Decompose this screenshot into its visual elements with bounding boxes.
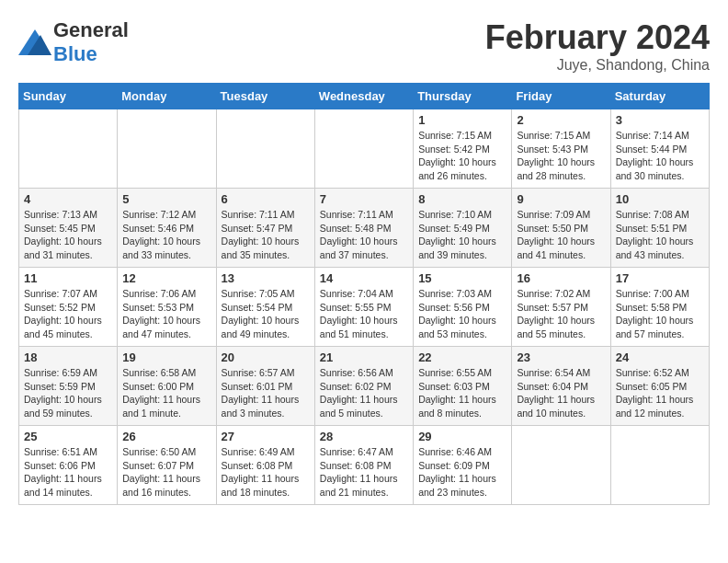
calendar-cell: 18Sunrise: 6:59 AMSunset: 5:59 PMDayligh… bbox=[19, 347, 118, 426]
calendar-cell: 21Sunrise: 6:56 AMSunset: 6:02 PMDayligh… bbox=[314, 347, 413, 426]
page-header: General Blue February 2024 Juye, Shandon… bbox=[18, 18, 710, 74]
logo: General Blue bbox=[18, 18, 129, 66]
day-info: Sunrise: 7:15 AMSunset: 5:43 PMDaylight:… bbox=[517, 129, 605, 183]
day-number: 15 bbox=[418, 271, 506, 285]
day-info: Sunrise: 7:13 AMSunset: 5:45 PMDaylight:… bbox=[24, 208, 112, 262]
day-number: 25 bbox=[24, 430, 112, 443]
calendar-cell bbox=[314, 109, 413, 189]
calendar-table: SundayMondayTuesdayWednesdayThursdayFrid… bbox=[18, 83, 710, 505]
day-info: Sunrise: 7:15 AMSunset: 5:42 PMDaylight:… bbox=[418, 129, 506, 183]
calendar-cell: 23Sunrise: 6:54 AMSunset: 6:04 PMDayligh… bbox=[512, 347, 610, 426]
calendar-cell: 2Sunrise: 7:15 AMSunset: 5:43 PMDaylight… bbox=[512, 109, 610, 189]
day-number: 5 bbox=[122, 192, 210, 206]
header-thursday: Thursday bbox=[414, 84, 512, 109]
day-number: 27 bbox=[222, 430, 310, 443]
day-number: 9 bbox=[517, 192, 605, 206]
day-info: Sunrise: 7:11 AMSunset: 5:48 PMDaylight:… bbox=[320, 208, 408, 262]
day-number: 17 bbox=[616, 271, 704, 285]
day-info: Sunrise: 6:56 AMSunset: 6:02 PMDaylight:… bbox=[320, 366, 408, 420]
logo-general: General bbox=[53, 18, 129, 41]
calendar-cell: 13Sunrise: 7:05 AMSunset: 5:54 PMDayligh… bbox=[216, 268, 314, 347]
day-number: 29 bbox=[418, 430, 506, 443]
day-info: Sunrise: 7:06 AMSunset: 5:53 PMDaylight:… bbox=[122, 287, 210, 341]
calendar-cell bbox=[19, 109, 118, 189]
calendar-cell: 14Sunrise: 7:04 AMSunset: 5:55 PMDayligh… bbox=[314, 268, 413, 347]
day-info: Sunrise: 6:58 AMSunset: 6:00 PMDaylight:… bbox=[122, 366, 210, 420]
header-wednesday: Wednesday bbox=[314, 84, 413, 109]
calendar-cell bbox=[512, 426, 610, 505]
calendar-cell: 17Sunrise: 7:00 AMSunset: 5:58 PMDayligh… bbox=[610, 268, 709, 347]
calendar-cell: 6Sunrise: 7:11 AMSunset: 5:47 PMDaylight… bbox=[216, 189, 314, 268]
header-tuesday: Tuesday bbox=[216, 84, 314, 109]
calendar-cell: 4Sunrise: 7:13 AMSunset: 5:45 PMDaylight… bbox=[19, 189, 118, 268]
day-number: 8 bbox=[418, 192, 506, 206]
header-saturday: Saturday bbox=[610, 84, 709, 109]
day-info: Sunrise: 6:47 AMSunset: 6:08 PMDaylight:… bbox=[320, 445, 408, 500]
calendar-title: February 2024 bbox=[485, 18, 710, 57]
day-info: Sunrise: 6:49 AMSunset: 6:08 PMDaylight:… bbox=[222, 445, 310, 500]
calendar-week-row: 1Sunrise: 7:15 AMSunset: 5:42 PMDaylight… bbox=[19, 109, 710, 189]
day-info: Sunrise: 7:03 AMSunset: 5:56 PMDaylight:… bbox=[418, 287, 506, 341]
calendar-cell: 11Sunrise: 7:07 AMSunset: 5:52 PMDayligh… bbox=[19, 268, 118, 347]
day-info: Sunrise: 7:05 AMSunset: 5:54 PMDaylight:… bbox=[222, 287, 310, 341]
day-number: 21 bbox=[320, 350, 408, 364]
day-info: Sunrise: 7:07 AMSunset: 5:52 PMDaylight:… bbox=[24, 287, 112, 341]
calendar-cell: 9Sunrise: 7:09 AMSunset: 5:50 PMDaylight… bbox=[512, 189, 610, 268]
header-sunday: Sunday bbox=[19, 84, 118, 109]
day-info: Sunrise: 7:02 AMSunset: 5:57 PMDaylight:… bbox=[517, 287, 605, 341]
calendar-header-row: SundayMondayTuesdayWednesdayThursdayFrid… bbox=[19, 84, 710, 109]
day-number: 6 bbox=[222, 192, 310, 206]
day-info: Sunrise: 7:14 AMSunset: 5:44 PMDaylight:… bbox=[616, 129, 704, 183]
calendar-cell bbox=[610, 426, 709, 505]
header-friday: Friday bbox=[512, 84, 610, 109]
day-info: Sunrise: 6:51 AMSunset: 6:06 PMDaylight:… bbox=[24, 445, 112, 500]
day-info: Sunrise: 7:09 AMSunset: 5:50 PMDaylight:… bbox=[517, 208, 605, 262]
calendar-cell: 1Sunrise: 7:15 AMSunset: 5:42 PMDaylight… bbox=[414, 109, 512, 189]
day-number: 19 bbox=[122, 350, 210, 364]
day-number: 10 bbox=[616, 192, 704, 206]
calendar-cell: 24Sunrise: 6:52 AMSunset: 6:05 PMDayligh… bbox=[610, 347, 709, 426]
calendar-subtitle: Juye, Shandong, China bbox=[485, 57, 710, 74]
day-number: 23 bbox=[517, 350, 605, 364]
calendar-cell: 8Sunrise: 7:10 AMSunset: 5:49 PMDaylight… bbox=[414, 189, 512, 268]
day-number: 3 bbox=[616, 113, 704, 127]
day-number: 1 bbox=[418, 113, 506, 127]
day-number: 18 bbox=[24, 350, 112, 364]
day-info: Sunrise: 7:08 AMSunset: 5:51 PMDaylight:… bbox=[616, 208, 704, 262]
day-info: Sunrise: 7:12 AMSunset: 5:46 PMDaylight:… bbox=[122, 208, 210, 262]
day-number: 28 bbox=[320, 430, 408, 443]
calendar-cell: 7Sunrise: 7:11 AMSunset: 5:48 PMDaylight… bbox=[314, 189, 413, 268]
header-monday: Monday bbox=[118, 84, 216, 109]
day-info: Sunrise: 6:46 AMSunset: 6:09 PMDaylight:… bbox=[418, 445, 506, 500]
day-info: Sunrise: 7:10 AMSunset: 5:49 PMDaylight:… bbox=[418, 208, 506, 262]
calendar-cell: 26Sunrise: 6:50 AMSunset: 6:07 PMDayligh… bbox=[118, 426, 216, 505]
calendar-cell: 3Sunrise: 7:14 AMSunset: 5:44 PMDaylight… bbox=[610, 109, 709, 189]
calendar-cell: 16Sunrise: 7:02 AMSunset: 5:57 PMDayligh… bbox=[512, 268, 610, 347]
day-number: 26 bbox=[122, 430, 210, 443]
calendar-cell: 12Sunrise: 7:06 AMSunset: 5:53 PMDayligh… bbox=[118, 268, 216, 347]
calendar-week-row: 11Sunrise: 7:07 AMSunset: 5:52 PMDayligh… bbox=[19, 268, 710, 347]
day-number: 12 bbox=[122, 271, 210, 285]
day-number: 11 bbox=[24, 271, 112, 285]
day-info: Sunrise: 6:59 AMSunset: 5:59 PMDaylight:… bbox=[24, 366, 112, 420]
calendar-week-row: 4Sunrise: 7:13 AMSunset: 5:45 PMDaylight… bbox=[19, 189, 710, 268]
calendar-cell bbox=[118, 109, 216, 189]
calendar-cell: 28Sunrise: 6:47 AMSunset: 6:08 PMDayligh… bbox=[314, 426, 413, 505]
day-number: 20 bbox=[222, 350, 310, 364]
day-info: Sunrise: 7:00 AMSunset: 5:58 PMDaylight:… bbox=[616, 287, 704, 341]
day-number: 4 bbox=[24, 192, 112, 206]
calendar-cell: 19Sunrise: 6:58 AMSunset: 6:00 PMDayligh… bbox=[118, 347, 216, 426]
calendar-cell: 20Sunrise: 6:57 AMSunset: 6:01 PMDayligh… bbox=[216, 347, 314, 426]
day-number: 13 bbox=[222, 271, 310, 285]
calendar-cell: 22Sunrise: 6:55 AMSunset: 6:03 PMDayligh… bbox=[414, 347, 512, 426]
calendar-cell: 25Sunrise: 6:51 AMSunset: 6:06 PMDayligh… bbox=[19, 426, 118, 505]
day-number: 24 bbox=[616, 350, 704, 364]
calendar-week-row: 18Sunrise: 6:59 AMSunset: 5:59 PMDayligh… bbox=[19, 347, 710, 426]
logo-blue: Blue bbox=[53, 42, 97, 65]
day-number: 14 bbox=[320, 271, 408, 285]
day-number: 16 bbox=[517, 271, 605, 285]
calendar-cell: 29Sunrise: 6:46 AMSunset: 6:09 PMDayligh… bbox=[414, 426, 512, 505]
day-info: Sunrise: 6:54 AMSunset: 6:04 PMDaylight:… bbox=[517, 366, 605, 420]
day-info: Sunrise: 6:50 AMSunset: 6:07 PMDaylight:… bbox=[122, 445, 210, 500]
day-info: Sunrise: 6:55 AMSunset: 6:03 PMDaylight:… bbox=[418, 366, 506, 420]
